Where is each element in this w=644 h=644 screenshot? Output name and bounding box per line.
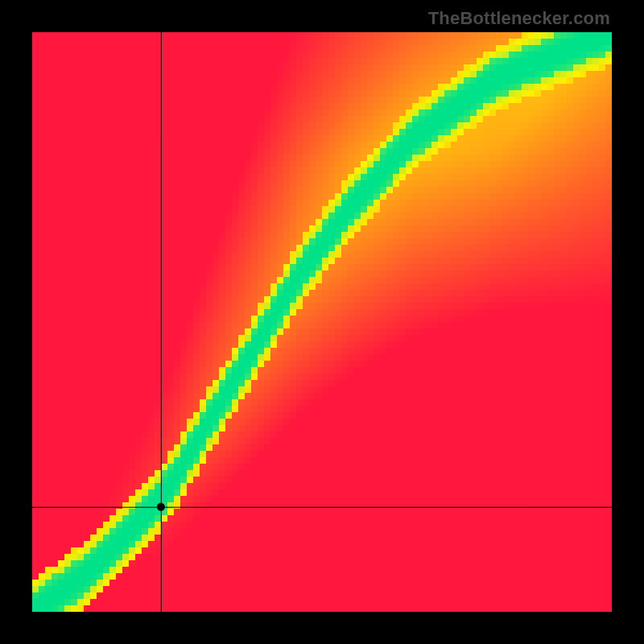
chart-frame: TheBottlenecker.com [0, 0, 644, 644]
watermark-text: TheBottlenecker.com [428, 8, 610, 29]
heatmap-plot [32, 32, 612, 612]
heatmap-canvas [32, 32, 612, 612]
